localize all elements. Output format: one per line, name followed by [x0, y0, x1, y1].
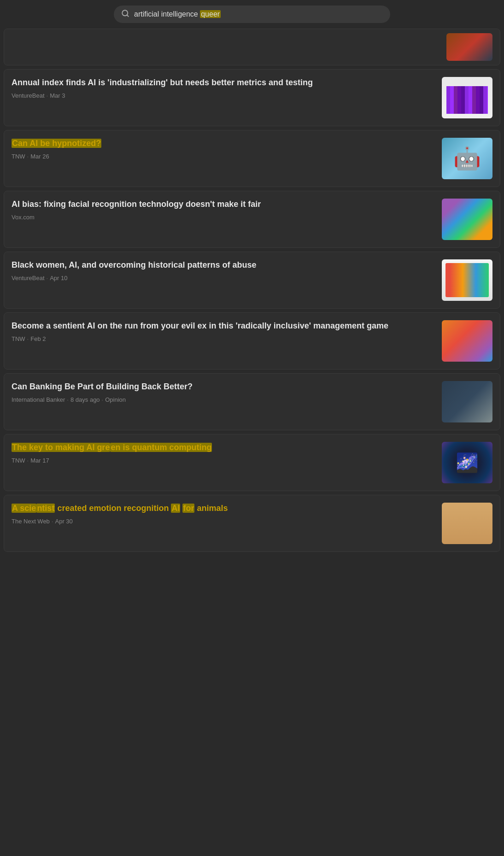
article-date-4: Apr 10 [50, 275, 67, 281]
article-content-3: AI bias: fixing facial recognition techn… [12, 199, 436, 221]
article-title-5: Become a sentient AI on the run from you… [12, 320, 436, 332]
article-thumbnail-5 [442, 320, 492, 362]
search-bar: artificial intelligence queer [114, 6, 390, 23]
article-card-8[interactable]: A scientist created emotion recognition … [4, 495, 500, 552]
article-meta-5: TNW · Feb 2 [12, 335, 436, 342]
article-title-7: The key to making AI green is quantum co… [12, 442, 436, 453]
article-date-1: Mar 3 [50, 92, 65, 99]
article-thumbnail-3 [442, 199, 492, 240]
article-card-7[interactable]: The key to making AI green is quantum co… [4, 434, 500, 491]
article-opinion-badge-6: Opinion [105, 396, 126, 403]
meta-dot-8: · [52, 518, 53, 525]
article-title-4: Black women, AI, and overcoming historic… [12, 259, 436, 271]
article-content-7: The key to making AI green is quantum co… [12, 442, 436, 464]
article-source-3: Vox.com [12, 214, 35, 221]
search-query-text[interactable]: artificial intelligence queer [134, 10, 383, 18]
article-meta-6: International Banker · 8 days ago · Opin… [12, 396, 436, 403]
article-card-2[interactable]: Can AI be hypnotized? TNW · Mar 26 [4, 130, 500, 187]
meta-dot-6b: · [102, 396, 104, 403]
article-source-4: VentureBeat [12, 275, 45, 281]
top-partial-card[interactable] [4, 29, 500, 65]
article-meta-8: The Next Web · Apr 30 [12, 518, 436, 525]
article-meta-1: VentureBeat · Mar 3 [12, 92, 436, 99]
meta-dot-7: · [27, 457, 29, 464]
article-content-2: Can AI be hypnotized? TNW · Mar 26 [12, 138, 436, 160]
article-content-8: A scientist created emotion recognition … [12, 503, 436, 525]
article-thumbnail-6 [442, 381, 492, 422]
article-title-8: A scientist created emotion recognition … [12, 503, 436, 514]
article-date-8: Apr 30 [55, 518, 72, 525]
meta-dot-4: · [47, 275, 48, 281]
article-date-2: Mar 26 [30, 153, 49, 160]
article-title-6: Can Banking Be Part of Building Back Bet… [12, 381, 436, 393]
meta-dot-2: · [27, 153, 29, 160]
article-source-5: TNW [12, 335, 25, 342]
article-date-5: Feb 2 [30, 335, 46, 342]
article-source-7: TNW [12, 457, 25, 464]
article-thumbnail-8 [442, 503, 492, 544]
article-card-4[interactable]: Black women, AI, and overcoming historic… [4, 252, 500, 309]
article-source-6: International Banker [12, 396, 65, 403]
article-card-5[interactable]: Become a sentient AI on the run from you… [4, 312, 500, 369]
article-meta-3: Vox.com [12, 214, 436, 221]
article-content-5: Become a sentient AI on the run from you… [12, 320, 436, 342]
article-card-3[interactable]: AI bias: fixing facial recognition techn… [4, 191, 500, 248]
article-title-2: Can AI be hypnotized? [12, 138, 436, 149]
article-thumbnail-1 [442, 77, 492, 118]
article-card-1[interactable]: Annual index finds AI is 'industrializin… [4, 69, 500, 126]
article-meta-4: VentureBeat · Apr 10 [12, 275, 436, 281]
article-card-6[interactable]: Can Banking Be Part of Building Back Bet… [4, 373, 500, 430]
meta-dot-1: · [47, 92, 48, 99]
article-title-3: AI bias: fixing facial recognition techn… [12, 199, 436, 210]
article-thumbnail-4 [442, 259, 492, 301]
article-content-6: Can Banking Be Part of Building Back Bet… [12, 381, 436, 403]
article-thumbnail-7 [442, 442, 492, 483]
partial-thumbnail [446, 33, 492, 61]
meta-dot-6: · [67, 396, 69, 403]
article-date-7: Mar 17 [30, 457, 49, 464]
svg-line-1 [127, 15, 128, 16]
article-date-6: 8 days ago [70, 396, 100, 403]
article-source-1: VentureBeat [12, 92, 45, 99]
article-title-1: Annual index finds AI is 'industrializin… [12, 77, 436, 88]
search-icon [121, 9, 129, 19]
article-source-8: The Next Web [12, 518, 50, 525]
article-content-1: Annual index finds AI is 'industrializin… [12, 77, 436, 99]
article-meta-2: TNW · Mar 26 [12, 153, 436, 160]
article-meta-7: TNW · Mar 17 [12, 457, 436, 464]
article-thumbnail-2 [442, 138, 492, 179]
search-bar-container: artificial intelligence queer [0, 0, 504, 29]
article-source-2: TNW [12, 153, 25, 160]
article-content-4: Black women, AI, and overcoming historic… [12, 259, 436, 281]
meta-dot-5: · [27, 335, 29, 342]
